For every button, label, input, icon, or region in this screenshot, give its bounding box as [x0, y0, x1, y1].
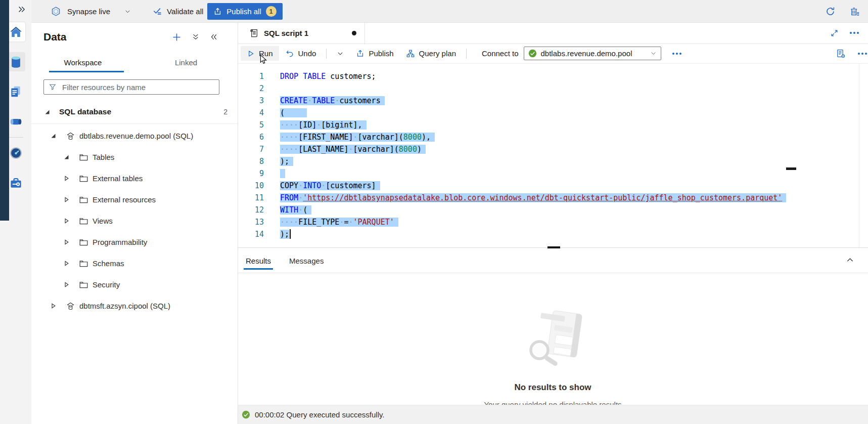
tree-item-programmability[interactable]: Programmability [31, 231, 238, 252]
code-line-10[interactable]: 10COPY·INTO·[customers] [238, 180, 868, 192]
chevron-expanded-icon[interactable] [43, 108, 51, 116]
tree-item-views[interactable]: Views [31, 210, 238, 231]
code-line-11[interactable]: 11FROM·'https://dbtlabsynapsedatalake.bl… [238, 192, 868, 204]
code-line-1[interactable]: 1DROP TABLE customers; [238, 70, 868, 82]
chevron-collapsed-icon[interactable] [63, 217, 70, 225]
tree-item-count: 2 [223, 108, 238, 116]
publish-all-button[interactable]: Publish all 1 [207, 3, 282, 20]
line-number: 14 [238, 228, 264, 240]
code-line-text: ····[LAST_NAME]·[varchar](8000) [280, 143, 426, 155]
chevron-expanded-icon[interactable] [63, 153, 70, 161]
collapse-results-chevron-icon[interactable] [845, 255, 855, 265]
sql-script-icon [249, 28, 258, 38]
code-line-4[interactable]: 4( [238, 107, 868, 119]
mode-chevron-down-icon[interactable] [124, 8, 131, 15]
dropdown-chevron-icon [650, 50, 657, 57]
toolbar-more-options-icon[interactable] [672, 53, 674, 55]
top-command-bar: Synapse live Validate all Publish all 1 [0, 0, 868, 23]
tab-linked[interactable]: Linked [134, 52, 238, 73]
tab-sql-script-1[interactable]: SQL script 1 [241, 22, 365, 44]
folder-icon [78, 216, 88, 226]
gauge-icon [9, 146, 23, 160]
database-icon [9, 55, 23, 69]
code-line-5[interactable]: 5····[ID]·[bigint], [238, 119, 868, 131]
tree-item-schemas[interactable]: Schemas [31, 252, 238, 274]
tab-messages[interactable]: Messages [287, 248, 326, 273]
tab-workspace[interactable]: Workspace [31, 52, 134, 73]
sql-code-editor[interactable]: 1DROP TABLE customers;23CREATE·TABLE·cus… [238, 64, 868, 247]
rail-divider [8, 137, 23, 138]
line-number: 11 [238, 192, 264, 204]
query-plan-button[interactable]: Query plan [400, 46, 462, 61]
expand-rail-icon[interactable] [17, 5, 26, 14]
chevron-collapsed-icon[interactable] [63, 281, 70, 288]
chevron-collapsed-icon[interactable] [63, 196, 70, 203]
connect-to-dropdown[interactable]: dbtlabs.revenue.demo.pool [524, 47, 661, 60]
code-line-8[interactable]: 8); [238, 155, 868, 167]
code-line-2[interactable]: 2 [238, 82, 868, 95]
code-line-3[interactable]: 3CREATE·TABLE·customers [238, 95, 868, 107]
add-resource-icon[interactable] [171, 32, 182, 43]
refresh-icon[interactable] [825, 6, 836, 17]
chevron-collapsed-icon[interactable] [63, 238, 70, 246]
tree-item-dbtlabs-revenue-demo-pool-sql[interactable]: dbtlabs.revenue.demo.pool (SQL) [31, 125, 238, 146]
properties-icon[interactable] [836, 49, 846, 59]
tree-item-external-resources[interactable]: External resources [31, 189, 238, 210]
tree-item-label: External tables [93, 174, 143, 183]
code-line-13[interactable]: 13····FILE_TYPE·=·'PARQUET' [238, 216, 868, 228]
code-line-text: ····FILE_TYPE·=·'PARQUET' [280, 216, 398, 228]
code-line-text: COPY·INTO·[customers] [280, 180, 380, 192]
tree-item-security[interactable]: Security [31, 274, 238, 295]
line-number: 5 [238, 119, 264, 131]
tab-results[interactable]: Results [244, 248, 273, 273]
document-icon [9, 85, 22, 98]
chevron-collapsed-icon[interactable] [63, 175, 70, 182]
empty-results-state: No results to show Your query yielded no… [238, 273, 868, 409]
publish-upload-icon [213, 7, 222, 16]
chevron-collapsed-icon[interactable] [50, 302, 57, 310]
home-icon [9, 25, 23, 39]
expand-editor-icon[interactable] [830, 29, 839, 37]
line-number: 1 [238, 70, 264, 82]
tree-item-external-tables[interactable]: External tables [31, 167, 238, 189]
folder-icon [78, 152, 88, 162]
collapse-panel-icon[interactable] [209, 32, 218, 41]
tree-item-sql-database[interactable]: SQL database2 [31, 100, 238, 124]
code-line-text: ····[FIRST_NAME]·[varchar](8000), [280, 131, 435, 143]
editor-more-options-icon[interactable] [858, 53, 860, 55]
tree-item-label: Views [93, 217, 113, 225]
sql-pool-icon [65, 301, 75, 311]
discard-all-icon[interactable] [849, 6, 860, 17]
validate-all-button[interactable]: Validate all [152, 6, 203, 16]
code-line-9[interactable]: 9 [238, 167, 868, 180]
results-splitter [238, 247, 868, 248]
status-message: 00:00:02 Query executed successfully. [255, 410, 385, 419]
undo-icon [285, 49, 294, 58]
tree-item-tables[interactable]: Tables [31, 146, 238, 167]
publish-count-badge: 1 [266, 6, 277, 17]
chevron-expanded-icon[interactable] [50, 132, 57, 140]
code-line-7[interactable]: 7····[LAST_NAME]·[varchar](8000) [238, 143, 868, 155]
run-label: Run [259, 49, 273, 58]
tab-more-options-icon[interactable] [850, 32, 852, 34]
publish-button[interactable]: Publish [350, 46, 399, 61]
line-number: 13 [238, 216, 264, 228]
chevron-collapsed-icon[interactable] [63, 260, 70, 267]
filter-box [43, 79, 219, 95]
mode-selector[interactable]: Synapse live [51, 6, 131, 17]
scrollbar-marker [786, 167, 796, 170]
code-lines: 1DROP TABLE customers;23CREATE·TABLE·cus… [238, 70, 868, 240]
run-button[interactable]: Run [241, 46, 279, 61]
editor-tab-title: SQL script 1 [264, 29, 308, 37]
code-line-14[interactable]: 14); [238, 228, 868, 240]
folder-icon [78, 279, 88, 289]
tree-item-dbtmsft-azsyn-cipool-sql[interactable]: dbtmsft.azsyn.cipool (SQL) [31, 295, 238, 316]
run-options-chevron[interactable] [331, 47, 350, 60]
filter-input[interactable] [61, 82, 214, 92]
code-line-6[interactable]: 6····[FIRST_NAME]·[varchar](8000), [238, 131, 868, 143]
connect-to-label: Connect to [482, 49, 519, 58]
collapse-all-icon[interactable] [191, 32, 200, 41]
undo-button[interactable]: Undo [279, 46, 323, 61]
code-line-12[interactable]: 12WITH·( [238, 204, 868, 216]
code-line-text [280, 167, 285, 180]
